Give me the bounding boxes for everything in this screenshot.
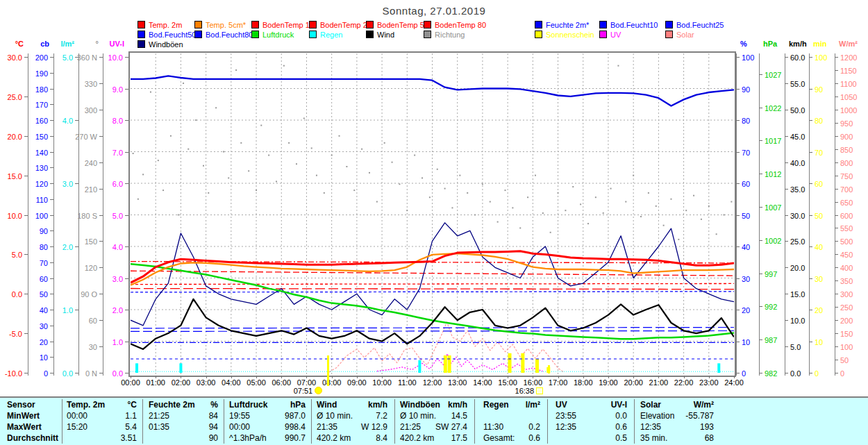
richtung-point bbox=[414, 155, 415, 156]
solar-axis-tick-label: 0 bbox=[840, 369, 844, 378]
table-separator bbox=[394, 399, 395, 444]
richtung-point bbox=[542, 212, 544, 214]
soilmoisture-axis-tick bbox=[50, 89, 53, 90]
table-cell-windböen-value: 14.5 bbox=[412, 412, 467, 420]
solar-axis-tick bbox=[835, 373, 838, 373]
table-cell-luftdruck-value: 990.7 bbox=[250, 434, 306, 442]
wind-axis-tick bbox=[785, 215, 788, 216]
legend-label-solar: Solar bbox=[676, 31, 694, 39]
richtung-point bbox=[724, 215, 725, 216]
sunshine-axis-tick bbox=[809, 246, 812, 247]
soilmoisture-axis-tick-label: 20 bbox=[17, 338, 48, 346]
wind-axis-tick bbox=[785, 346, 788, 347]
richtung-point bbox=[248, 170, 249, 171]
uv-axis-tick-label: 2.0 bbox=[92, 306, 123, 314]
richtung-point bbox=[170, 135, 172, 137]
x-stub bbox=[407, 376, 408, 378]
solar-axis-tick bbox=[835, 136, 838, 137]
solar-axis-tick-label: 350 bbox=[840, 277, 853, 285]
solar-axis-tick-label: 150 bbox=[840, 330, 853, 338]
sunshine-axis-unit: min bbox=[813, 40, 827, 48]
soilmoisture-axis-tick-label: 130 bbox=[17, 164, 48, 172]
richtung-point bbox=[339, 135, 340, 137]
richtung-point bbox=[235, 69, 237, 71]
solar-axis-tick-label: 250 bbox=[840, 303, 853, 312]
solar-axis-tick-label: 300 bbox=[840, 290, 853, 299]
direction-axis-tick bbox=[99, 83, 103, 84]
solar-axis-tick bbox=[835, 320, 838, 321]
richtung-point bbox=[260, 125, 262, 126]
solar-axis-tick-label: 700 bbox=[840, 185, 853, 194]
solar-axis-tick bbox=[835, 280, 838, 281]
richtung-point bbox=[565, 210, 566, 211]
sunshine-axis-tick-label: 40 bbox=[815, 243, 823, 251]
x-stub bbox=[433, 376, 433, 378]
table-cell-solar-value: 193 bbox=[658, 423, 714, 431]
table-cell-wind-value: 8.4 bbox=[332, 434, 387, 442]
x-stub bbox=[558, 376, 559, 378]
solar-axis-tick-label: 1050 bbox=[840, 93, 857, 101]
sunshine-axis-tick-label: 20 bbox=[815, 306, 823, 314]
humidity-axis-tick-label: 100 bbox=[742, 53, 754, 62]
table-col-uv-unit: UV-I bbox=[578, 401, 627, 409]
richtung-point bbox=[240, 142, 242, 144]
soilmoisture-axis-tick bbox=[50, 294, 53, 294]
bod-feucht-50-line bbox=[131, 330, 734, 331]
uv-axis-tick-label: 6.0 bbox=[92, 180, 123, 188]
legend-swatch-wind bbox=[366, 31, 374, 38]
direction-axis-tick-label: 300 bbox=[67, 106, 97, 115]
legend-label-bod-feucht10: Bod.Feucht10 bbox=[610, 21, 658, 29]
sonnenschein-bar bbox=[521, 353, 524, 373]
humidity-axis-line bbox=[736, 53, 737, 376]
temp-axis-tick bbox=[24, 333, 28, 334]
wind-axis-line bbox=[785, 53, 785, 376]
richtung-point bbox=[580, 203, 581, 205]
pressure-axis-tick bbox=[759, 373, 762, 373]
richtung-point bbox=[444, 188, 446, 190]
table-cell-solar-value: 68 bbox=[658, 434, 714, 442]
sunshine-axis-tick-label: 90 bbox=[815, 85, 823, 94]
pressure-axis-tick-label: 987 bbox=[765, 336, 777, 344]
rain-axis-tick-label: 4.0 bbox=[42, 117, 73, 125]
weather-chart-plot bbox=[131, 53, 734, 375]
richtung-point bbox=[288, 142, 290, 144]
legend-swatch-windböen bbox=[137, 40, 145, 48]
solar-axis-tick-label: 500 bbox=[840, 237, 853, 246]
soilmoisture-axis-tick-label: 190 bbox=[17, 69, 48, 78]
richtung-point bbox=[437, 169, 438, 170]
legend-label-richtung: Richtung bbox=[435, 31, 465, 39]
richtung-point bbox=[610, 188, 612, 190]
bod-feucht-25-line bbox=[131, 327, 734, 328]
pressure-axis-tick-label: 982 bbox=[765, 369, 777, 378]
table-cell-wind-value: W 12.9 bbox=[332, 423, 387, 431]
table-cell-uv-value: 0.5 bbox=[571, 434, 627, 442]
table-separator bbox=[62, 399, 62, 444]
rain-axis-unit: l/m² bbox=[47, 40, 74, 48]
richtung-point bbox=[595, 196, 596, 198]
solar-axis-tick bbox=[835, 176, 838, 176]
uv-axis-tick-label: 5.0 bbox=[92, 212, 123, 220]
wind-axis-tick bbox=[785, 189, 788, 190]
uv-axis-tick-label: 4.0 bbox=[92, 243, 123, 251]
table-row-label-durchschnitt: Durchschnitt bbox=[7, 434, 58, 442]
richtung-point bbox=[187, 149, 189, 150]
temp-axis-tick-label: 5.0 bbox=[0, 251, 22, 259]
table-col-luftdruck-unit: hPa bbox=[257, 401, 306, 409]
table-col-uv-name: UV bbox=[556, 401, 567, 409]
table-cell-windböen-value: 17.5 bbox=[412, 434, 467, 442]
table-cell-luftdruck-time: 00:00 bbox=[229, 423, 250, 431]
soilmoisture-axis-line bbox=[53, 53, 54, 376]
solar-axis-tick bbox=[835, 96, 838, 97]
x-label-24-00: 24:00 bbox=[719, 378, 749, 387]
richtung-point bbox=[324, 192, 325, 194]
wind-axis-tick-label: 55.0 bbox=[790, 80, 805, 88]
temp-axis-unit: °C bbox=[0, 40, 24, 48]
wind-axis-tick bbox=[785, 136, 788, 137]
sunrise-marker bbox=[327, 355, 329, 386]
richtung-point bbox=[490, 201, 491, 203]
richtung-point bbox=[519, 227, 521, 228]
table-cell-uv-value: 0.6 bbox=[571, 423, 627, 431]
sunshine-axis-tick bbox=[809, 278, 812, 279]
sunrise-sun-icon bbox=[315, 387, 322, 394]
richtung-point bbox=[617, 65, 619, 67]
